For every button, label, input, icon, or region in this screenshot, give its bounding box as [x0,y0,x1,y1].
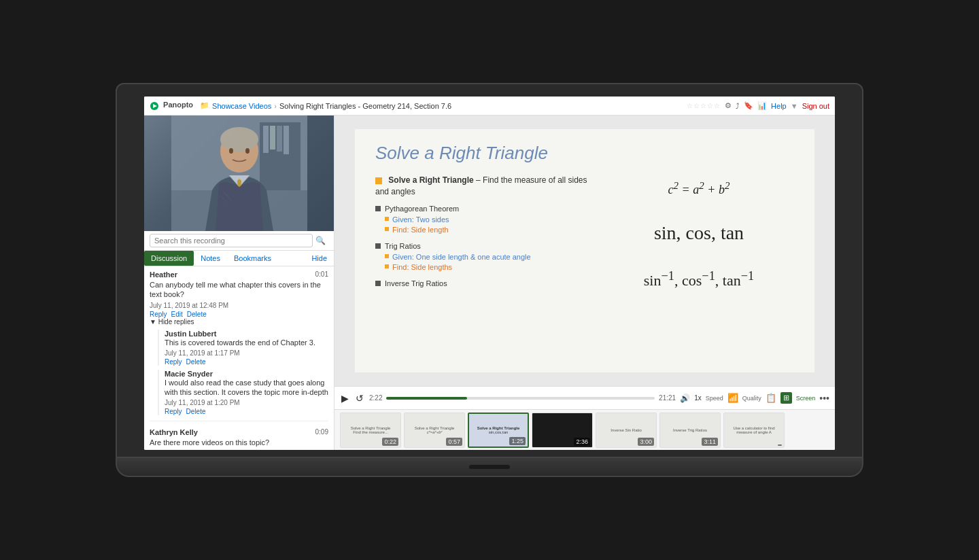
reply-justin-btn[interactable]: Reply [165,358,182,366]
panopto-logo: Panopto [150,101,193,110]
delete-justin[interactable]: Delete [186,358,206,366]
thumbnail-2-active[interactable]: Solve a Right Trianglesin,cos,tan 1:25 [468,413,529,448]
tab-bookmarks[interactable]: Bookmarks [227,251,278,266]
bullet-trig-icon [375,243,381,249]
reply-justin: Justin Lubbert This is covered towards t… [158,330,328,366]
edit-heather[interactable]: Edit [171,311,183,318]
star-rating[interactable]: ☆☆☆☆☆ [687,102,721,109]
bullet-inverse: Inverse Trig Ratios [375,279,590,287]
svg-rect-8 [284,126,289,154]
notes-icon[interactable]: 📋 [766,393,776,403]
volume-icon[interactable]: 🔊 [680,393,690,403]
date-macie-1: July 11, 2019 at 1:20 PM [165,399,328,406]
screen-mode-button[interactable]: ⊞ [780,392,792,404]
thumb-time-5: 3:11 [702,438,718,446]
sub-pythagorean-given-icon [385,217,389,221]
formula-trig: sin, cos, tan [654,222,744,244]
actions-heather: Reply Edit Delete [150,311,328,318]
slide-right-column: c2 = a2 + b2 sin, cos, tan sin−1, cos−1,… [604,175,794,296]
screen: Panopto 📁 Showcase Videos › Solving Righ… [144,97,835,450]
delete-heather[interactable]: Delete [187,311,207,318]
rewind-button[interactable]: ↺ [354,391,365,405]
more-options-button[interactable]: ••• [819,393,829,404]
thumbnail-5[interactable]: Inverse Trig Ratios 3:11 [659,413,721,448]
reply-heather[interactable]: Reply [150,311,167,318]
help-button[interactable]: Help [771,102,787,110]
main-bullet-icon [375,177,382,184]
comment-header-kathryn: Kathryn Kelly 0:09 [150,428,328,436]
sub-trig-given: Given: One side length & one acute angle [385,253,590,261]
thumbnail-3[interactable]: 2:36 [532,413,593,448]
slide-main-bullet: Solve a Right Triangle – Find the measur… [375,175,590,198]
discussion-area[interactable]: Heather 0:01 Can anybody tell me what ch… [144,266,334,450]
delete-macie-1[interactable]: Delete [186,408,206,415]
settings-icon[interactable]: ⚙ [725,101,732,110]
top-bar: Panopto 📁 Showcase Videos › Solving Righ… [144,97,835,116]
main-bullet-text: Solve a Right Triangle [388,175,473,185]
sub-trig-given-icon [385,254,389,258]
slide-title: Solve a Right Triangle [375,143,794,164]
player-controls: ▶ ↺ 2:22 21:21 🔊 1x Speed 📶 Quality 📋 [334,386,835,409]
comment-heather: Heather 0:01 Can anybody tell me what ch… [150,270,328,421]
time-heather: 0:01 [315,270,328,279]
play-button[interactable]: ▶ [340,391,350,405]
breadcrumb-current: Solving Right Triangles - Geometry 214, … [279,102,451,110]
search-input[interactable] [150,234,313,247]
thumb-time-6 [778,444,782,446]
comment-kathryn: Kathryn Kelly 0:09 Are there more videos… [150,428,328,450]
thumb-time-4: 3:00 [638,438,654,446]
bullet-pythagorean: Pythagorean Theorem [375,205,590,213]
thumbnail-6[interactable]: Use a calculator to find measure of angl… [723,413,785,448]
share-icon[interactable]: ⤴ [736,102,740,110]
tab-hide[interactable]: Hide [305,251,334,266]
svg-point-11 [229,148,233,154]
section-trig: Trig Ratios Given: One side length & one… [375,242,590,271]
time-kathryn: 0:09 [315,428,328,436]
thumb-time-3: 2:36 [574,438,590,446]
video-thumbnail [144,116,334,231]
tab-discussion[interactable]: Discussion [144,251,194,266]
author-macie-1: Macie Snyder [165,370,328,378]
text-kathryn: Are there more videos on this topic? [150,438,328,447]
reply-macie-1-btn[interactable]: Reply [165,408,182,415]
quality-icon[interactable]: 📶 [727,393,738,403]
date-justin: July 11, 2019 at 1:17 PM [165,349,328,357]
hide-replies-heather[interactable]: ▼ Hide replies [150,318,328,326]
sub-pythagorean-find: Find: Side length [385,226,590,234]
search-button[interactable]: 🔍 [313,234,328,247]
thumbnail-4[interactable]: Inverse Sin Ratio 3:00 [596,413,657,448]
tab-navigation: Discussion Notes Bookmarks Hide [144,251,334,266]
text-justin: This is covered towards the end of Chapt… [165,338,328,347]
thumb-time-2: 1:25 [509,437,526,445]
bookmark-icon[interactable]: 🔖 [744,101,753,110]
bullet-pythagorean-label: Pythagorean Theorem [385,205,459,213]
search-bar: 🔍 [144,231,334,251]
right-panel: Solve a Right Triangle Solve a Right Tri… [334,116,835,450]
chart-icon[interactable]: 📊 [757,101,767,110]
breadcrumb-arrow: › [274,102,277,110]
screen-label: Screen [796,395,816,402]
laptop: Panopto 📁 Showcase Videos › Solving Righ… [116,83,863,477]
tab-notes[interactable]: Notes [194,251,227,266]
sub-pythagorean-find-icon [385,227,389,231]
slide-body: Solve a Right Triangle – Find the measur… [375,175,794,296]
formula-pythagorean: c2 = a2 + b2 [668,180,730,197]
laptop-base [116,458,863,477]
reply-macie-1: Macie Snyder I would also read the case … [158,370,328,416]
svg-point-10 [220,127,258,152]
folder-icon: 📁 [200,101,209,110]
slide-area: Solve a Right Triangle Solve a Right Tri… [334,116,835,386]
breadcrumb-showcase[interactable]: Showcase Videos [212,102,271,110]
author-justin: Justin Lubbert [165,330,328,338]
progress-bar[interactable] [386,397,655,400]
speed-button[interactable]: 1x [694,394,702,402]
sign-out-link[interactable]: Sign out [802,102,829,110]
bullet-inverse-icon [375,281,381,286]
thumbnail-1[interactable]: Solve a Right Trianglec²=a²+b² 0:57 [404,413,465,448]
thumbnail-0[interactable]: Solve a Right TriangleFind the measure..… [340,413,401,448]
svg-rect-6 [270,126,275,150]
svg-rect-5 [263,126,269,153]
actions-justin: Reply Delete [165,358,328,366]
thumb-bg-6: Use a calculator to find measure of angl… [724,413,784,447]
formula-inverse: sin−1, cos−1, tan−1 [644,269,754,290]
